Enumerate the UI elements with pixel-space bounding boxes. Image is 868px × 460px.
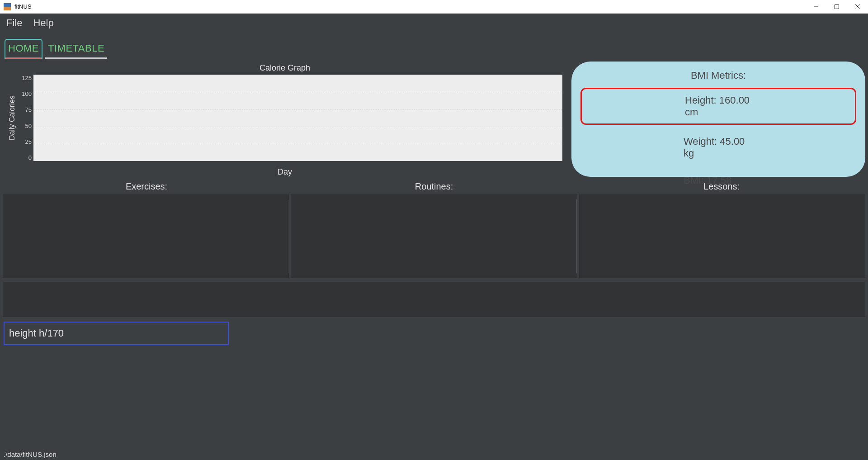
menu-file[interactable]: File — [6, 17, 22, 29]
chart-plot-area — [33, 75, 562, 161]
routines-header: Routines: — [290, 181, 578, 192]
chart-y-tick: 50 — [25, 123, 32, 129]
svg-rect-1 — [835, 5, 839, 9]
chart-x-axis-label: Day — [278, 167, 292, 177]
window-title: fitNUS — [14, 3, 32, 10]
result-output — [3, 282, 865, 317]
chart-y-tick: 100 — [22, 90, 32, 97]
lessons-panel — [579, 194, 865, 278]
tab-timetable[interactable]: TIMETABLE — [45, 39, 107, 59]
tab-home-label: HOME — [8, 43, 39, 54]
tab-strip: HOME TIMETABLE — [0, 33, 868, 59]
exercises-header: Exercises: — [3, 181, 290, 192]
tab-timetable-label: TIMETABLE — [48, 43, 104, 54]
chart-y-ticks: 125 100 75 50 25 0 — [17, 75, 33, 161]
chart-y-tick: 0 — [28, 154, 32, 161]
exercises-panel — [3, 194, 289, 278]
bmi-height-row: Height: 160.00 cm — [580, 88, 856, 125]
section-headers: Exercises: Routines: Lessons: — [3, 181, 865, 192]
menu-help[interactable]: Help — [33, 17, 53, 29]
app-icon — [4, 3, 11, 10]
bmi-weight-value: Weight: 45.00 kg — [684, 136, 745, 159]
chart-y-tick: 25 — [25, 138, 32, 145]
lessons-header: Lessons: — [578, 181, 865, 192]
status-bar: .\data\fitNUS.json — [0, 448, 868, 460]
chart-title: Calorie Graph — [259, 63, 310, 73]
chart-y-tick: 125 — [22, 75, 32, 81]
maximize-button[interactable] — [826, 0, 847, 13]
close-button[interactable] — [847, 0, 868, 13]
bmi-height-value: Height: 160.00 cm — [685, 95, 750, 118]
bmi-metrics-card: BMI Metrics: Height: 160.00 cm Weight: 4… — [571, 62, 865, 177]
routines-panel — [291, 194, 577, 278]
calorie-chart: Calorie Graph Daily Calories 125 100 75 … — [3, 62, 567, 177]
bmi-weight-row: Weight: 45.00 kg — [584, 131, 853, 164]
tab-home[interactable]: HOME — [5, 39, 42, 59]
command-input[interactable] — [4, 322, 229, 345]
chart-y-tick: 75 — [25, 106, 32, 113]
window-titlebar: fitNUS — [0, 0, 868, 14]
minimize-button[interactable] — [806, 0, 826, 13]
menu-bar: File Help — [0, 14, 868, 33]
chart-y-axis-label: Daily Calories — [7, 75, 17, 161]
bmi-metrics-title: BMI Metrics: — [584, 70, 853, 81]
status-path: .\data\fitNUS.json — [4, 451, 57, 458]
